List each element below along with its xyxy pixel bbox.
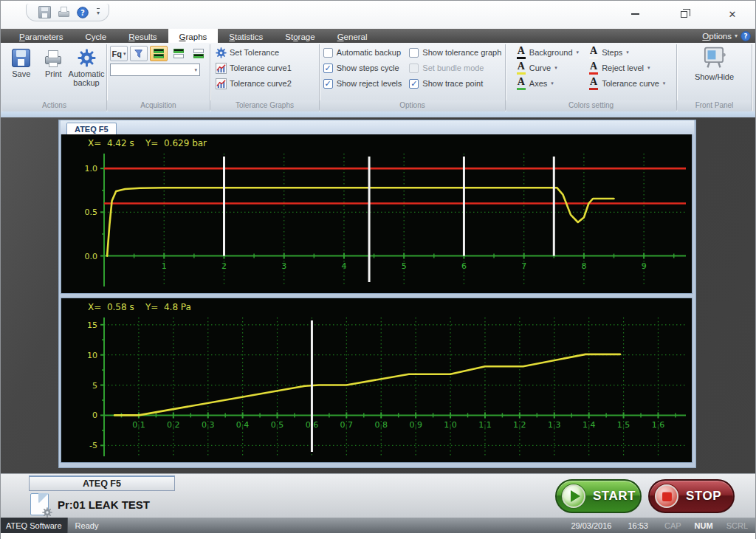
filter-button[interactable] bbox=[130, 46, 148, 61]
group-front-panel-label: Front Panel bbox=[677, 100, 752, 111]
printer-icon bbox=[44, 49, 63, 67]
checkbox-set-bundle-mode[interactable]: Set bundle mode bbox=[409, 62, 501, 74]
checkbox-show-steps-cycle[interactable]: ✓Show steps cycle bbox=[323, 62, 402, 74]
fq-button[interactable]: Fq ▾ bbox=[110, 46, 128, 61]
set-tolerance-button[interactable]: Set Tolerance bbox=[213, 46, 316, 59]
leak-chart[interactable]: 0.10.20.30.40.50.60.70.80.91.01.11.21.31… bbox=[61, 298, 693, 463]
svg-text:1.0: 1.0 bbox=[444, 420, 457, 430]
tab-general[interactable]: General bbox=[326, 29, 379, 43]
color-caret-icon: ▾ bbox=[554, 65, 557, 71]
checkbox-icon: ✓ bbox=[409, 79, 419, 89]
options-caret-icon: ▾ bbox=[735, 32, 738, 39]
bottom-control-bar: ATEQ F5 Pr:01 LEAK TEST START STOP bbox=[1, 473, 755, 518]
checkbox-label: Automatic backup bbox=[337, 48, 401, 57]
quick-print-icon[interactable] bbox=[58, 6, 70, 18]
view-bottom-chart-button[interactable] bbox=[190, 46, 207, 61]
automatic-backup-button[interactable]: Automatic backup bbox=[69, 47, 103, 98]
checkbox-icon bbox=[409, 63, 419, 73]
indicator-scrl: SCRL bbox=[726, 521, 748, 530]
tab-cycle[interactable]: Cycle bbox=[74, 29, 117, 43]
quick-access-toolbar: ▾ bbox=[26, 4, 109, 21]
view-both-charts-button[interactable] bbox=[150, 46, 168, 61]
color-swatch-icon: A bbox=[517, 77, 526, 90]
group-options: Automatic backup✓Show steps cycle✓Show r… bbox=[320, 44, 506, 111]
options-menu[interactable]: Options bbox=[702, 32, 732, 41]
checkbox-show-reject-levels[interactable]: ✓Show reject levels bbox=[323, 78, 402, 89]
svg-text:1.6: 1.6 bbox=[652, 420, 665, 430]
title-bar: ▾ ✕ bbox=[1, 1, 755, 29]
svg-text:-5: -5 bbox=[89, 441, 97, 450]
svg-text:1.1: 1.1 bbox=[478, 420, 492, 430]
svg-text:3: 3 bbox=[281, 261, 286, 271]
checkbox-automatic-backup[interactable]: Automatic backup bbox=[323, 47, 402, 58]
checkbox-show-tolerance-graph[interactable]: Show tolerance graph bbox=[409, 47, 501, 58]
svg-text:0.5: 0.5 bbox=[85, 207, 98, 217]
color-axes-button[interactable]: AAxes▾ bbox=[517, 77, 579, 89]
tab-parameters[interactable]: Parameters bbox=[8, 29, 74, 43]
gear-icon bbox=[78, 49, 96, 67]
svg-text:0.9: 0.9 bbox=[409, 420, 422, 430]
svg-text:1.4: 1.4 bbox=[583, 420, 596, 430]
tolerance-curve1-button[interactable]: Tolerance curve1 bbox=[213, 61, 316, 75]
pressure-chart[interactable]: 1234567890.00.51.0X= 4.42 s Y= 0.629 bar bbox=[61, 134, 693, 294]
instrument-tab[interactable]: ATEQ F5 bbox=[29, 476, 175, 491]
close-button[interactable]: ✕ bbox=[723, 7, 742, 21]
color-label: Curve bbox=[529, 63, 551, 72]
status-time: 16:53 bbox=[628, 521, 648, 530]
window-controls: ✕ bbox=[625, 7, 742, 21]
color-caret-icon: ▾ bbox=[626, 49, 629, 55]
program-document-icon[interactable] bbox=[30, 493, 49, 515]
save-button[interactable]: Save bbox=[5, 47, 38, 98]
chart-panel-tab[interactable]: ATEQ F5 bbox=[66, 123, 117, 134]
quick-save-icon[interactable] bbox=[38, 6, 51, 18]
svg-text:0.5: 0.5 bbox=[271, 420, 284, 430]
group-options-label: Options bbox=[320, 100, 505, 111]
color-label: Tolerance curve bbox=[602, 79, 659, 88]
svg-text:X= 0.58 s Y= 4.8 Pa: X= 0.58 s Y= 4.8 Pa bbox=[88, 302, 191, 312]
svg-text:9: 9 bbox=[642, 261, 647, 271]
minimize-button[interactable] bbox=[625, 7, 645, 21]
svg-text:2: 2 bbox=[221, 261, 227, 271]
checkbox-column: Automatic backup✓Show steps cycle✓Show r… bbox=[323, 47, 402, 98]
floppy-icon bbox=[12, 49, 30, 67]
svg-text:8: 8 bbox=[581, 261, 586, 271]
acquisition-combobox[interactable]: ▾ bbox=[110, 63, 200, 76]
color-steps-button[interactable]: ASteps▾ bbox=[589, 46, 665, 58]
tab-storage[interactable]: Storage bbox=[274, 29, 326, 43]
stop-button[interactable]: STOP bbox=[648, 479, 735, 513]
print-button[interactable]: Print bbox=[38, 47, 70, 98]
program-label: Pr:01 LEAK TEST bbox=[58, 498, 150, 511]
checkbox-show-trace-point[interactable]: ✓Show trace point bbox=[409, 78, 501, 89]
color-label: Steps bbox=[602, 48, 622, 57]
play-icon bbox=[562, 484, 585, 508]
color-reject-level-button[interactable]: AReject level▾ bbox=[589, 61, 665, 74]
help-icon[interactable] bbox=[740, 31, 751, 41]
button-label: Set Tolerance bbox=[230, 48, 279, 57]
group-colors-setting: ABackground▾ACurve▾AAxes▾ASteps▾AReject … bbox=[506, 44, 677, 111]
tolerance-curve2-button[interactable]: Tolerance curve2 bbox=[213, 77, 316, 90]
tab-statistics[interactable]: Statistics bbox=[218, 29, 274, 43]
color-tolerance-curve-button[interactable]: ATolerance curve▾ bbox=[589, 77, 665, 89]
ribbon-tabs: ParametersCycleResultsGraphsStatisticsSt… bbox=[8, 29, 379, 43]
color-background-button[interactable]: ABackground▾ bbox=[517, 46, 579, 58]
tab-graphs[interactable]: Graphs bbox=[168, 29, 219, 43]
tab-results[interactable]: Results bbox=[117, 29, 168, 43]
checkbox-icon: ✓ bbox=[323, 79, 333, 89]
color-swatch-icon: A bbox=[589, 77, 598, 90]
restore-button[interactable] bbox=[674, 7, 693, 21]
quick-help-icon[interactable] bbox=[77, 7, 89, 18]
start-button[interactable]: START bbox=[555, 479, 642, 513]
svg-text:15: 15 bbox=[87, 320, 97, 330]
leak-chart-svg: 0.10.20.30.40.50.60.70.80.91.01.11.21.31… bbox=[61, 298, 693, 462]
keyboard-indicators: CAPNUMSCRL bbox=[664, 521, 748, 530]
quick-access-customize-icon[interactable]: ▾ bbox=[97, 8, 100, 16]
show-hide-button[interactable]: Show/Hide bbox=[695, 46, 734, 81]
checkbox-column: Show tolerance graphSet bundle mode✓Show… bbox=[409, 47, 501, 98]
color-curve-button[interactable]: ACurve▾ bbox=[517, 61, 579, 74]
view-top-chart-button[interactable] bbox=[170, 46, 188, 61]
group-colors-label: Colors setting bbox=[506, 100, 676, 111]
svg-text:1: 1 bbox=[162, 261, 167, 271]
ribbon: SavePrintAutomatic backup Actions Fq ▾ bbox=[1, 43, 755, 111]
checkbox-label: Set bundle mode bbox=[422, 63, 484, 72]
svg-text:10: 10 bbox=[87, 351, 97, 360]
